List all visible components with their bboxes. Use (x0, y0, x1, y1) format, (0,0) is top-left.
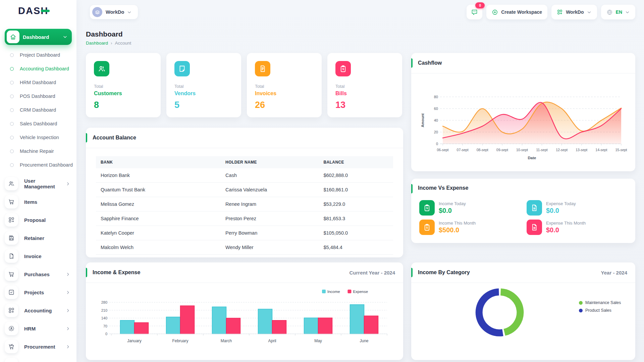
sidebar-subitem-label: Machine Repair (20, 148, 54, 155)
sidebar-subitem-label: Sales Dashboard (20, 121, 57, 127)
sidebar-subitem-hrm-dashboard[interactable]: HRM Dashboard (0, 76, 76, 89)
breadcrumb-separator: › (111, 41, 112, 46)
ive-item-expense-this-month: Expense This Month $0.0 (527, 220, 627, 235)
svg-text:Income: Income (327, 290, 340, 294)
svg-text:13-sept: 13-sept (576, 148, 587, 152)
cashflow-svg: 02040608006-sept07-sept08-sept09-sept10-… (416, 76, 631, 166)
cell-holder: Perry Bowman (221, 226, 319, 240)
ive-value: $0.0 (546, 226, 586, 234)
stat-label: Bills (335, 90, 394, 97)
legend-item-product-sales: Product Sales (579, 308, 621, 313)
sidebar-item-label: HRM (24, 326, 65, 331)
clipboard-dollar-icon: $ (419, 200, 435, 216)
chevron-down-icon (587, 10, 592, 15)
person-badge-icon (5, 322, 18, 335)
sidebar-item-items[interactable]: Items (0, 193, 76, 211)
cart-icon (8, 198, 15, 205)
clipboard-dollar-icon: $ (339, 65, 347, 73)
chevron-down-icon (127, 10, 132, 15)
svg-text:06-sept: 06-sept (437, 148, 448, 152)
brand-logo[interactable]: DASH (0, 0, 76, 21)
stat-value: 13 (335, 100, 394, 110)
sidebar-item-procurement[interactable]: Procurement (0, 338, 76, 356)
svg-text:15-sept: 15-sept (615, 148, 627, 152)
sidebar-item-proposal[interactable]: Proposal (0, 211, 76, 229)
clipboard-dollar-icon: $ (423, 223, 431, 231)
sidebar-subitem-project-dashboard[interactable]: Project Dashboard (0, 48, 76, 62)
sidebar-subitem-label: CRM Dashboard (20, 107, 56, 113)
globe-icon (606, 9, 613, 15)
stat-total-label: Total (174, 84, 233, 89)
sidebar-subitem-accounting-dashboard[interactable]: Accounting Dashboard (0, 62, 76, 76)
sidebar-item-dashboard[interactable]: Dashboard (5, 29, 72, 45)
sidebar-item-hrm[interactable]: HRM (0, 319, 76, 338)
table-header-row: BANKHOLDER NAMEBALANCE (96, 156, 393, 168)
create-workspace-button[interactable]: Create Workspace (486, 5, 547, 19)
table-row: Sapphire Finance Preston Perez $81,653.3 (96, 212, 393, 226)
chevron-right-icon (65, 290, 70, 295)
breadcrumb-link-dashboard[interactable]: Dashboard (86, 41, 108, 46)
layout-swap-icon (5, 213, 18, 227)
file-text-icon (527, 200, 542, 216)
chevron-right-icon (65, 344, 70, 349)
svg-text:07-sept: 07-sept (457, 148, 469, 152)
sidebar-menu: User Management Items Proposal Retainer … (0, 175, 76, 362)
layout-swap-icon (8, 217, 15, 223)
sidebar-item-projects[interactable]: Projects (0, 283, 76, 301)
sidebar-subitem-procurement-dashboard[interactable]: Procurement Dashboard (0, 158, 76, 172)
cashflow-area-chart: 02040608006-sept07-sept08-sept09-sept10-… (411, 73, 635, 167)
income-by-category-card: Income By Category Year - 2024 Maintenan… (411, 262, 635, 360)
cashflow-title: Cashflow (418, 60, 442, 66)
page-title: Dashboard (86, 30, 635, 38)
svg-text:0: 0 (436, 142, 438, 146)
sidebar-subitem-label: Procurement Dashboard (20, 162, 73, 168)
chevron-right-icon (65, 308, 70, 313)
messages-button[interactable]: 0 (467, 5, 482, 19)
workdo-menu-button[interactable]: WorkDo (551, 5, 597, 19)
cell-holder: Renee Ingram (221, 197, 319, 212)
sidebar-item-user-management[interactable]: User Management (0, 175, 76, 193)
stat-total-label: Total (94, 84, 153, 89)
create-workspace-label: Create Workspace (501, 9, 542, 15)
language-selector[interactable]: EN (601, 5, 635, 19)
svg-text:May: May (314, 339, 322, 343)
sidebar-subitem-sales-dashboard[interactable]: Sales Dashboard (0, 117, 76, 131)
svg-text:March: March (221, 339, 232, 343)
sidebar-subitem-machine-repair[interactable]: Machine Repair (0, 144, 76, 158)
donut-chart (473, 286, 527, 339)
sidebar-subitem-vehicle-inspection[interactable]: Vehicle Inspection (0, 131, 76, 144)
column-header-holder-name: HOLDER NAME (221, 156, 319, 168)
svg-text:280: 280 (101, 300, 107, 304)
stat-total-label: Total (255, 84, 314, 89)
cell-holder: Cash (221, 168, 319, 183)
sidebar-item-retainer[interactable]: Retainer (0, 229, 76, 247)
sidebar-subitem-pos-dashboard[interactable]: POS Dashboard (0, 89, 76, 103)
legend-item-maintenance-sales: Maintenance Sales (579, 300, 621, 305)
cashflow-card: Cashflow 02040608006-sept07-sept08-sept0… (411, 53, 635, 171)
account-balance-title: Account Balance (93, 135, 136, 141)
sidebar-subitem-crm-dashboard[interactable]: CRM Dashboard (0, 103, 76, 117)
income-vs-expense-card: Income Vs Expense $ Income Today $0.0 Ex… (411, 179, 635, 243)
card-accent (86, 133, 87, 142)
svg-text:140: 140 (101, 316, 107, 320)
cell-balance: $81,653.3 (319, 212, 393, 226)
sidebar-item-accounting[interactable]: Accounting (0, 301, 76, 319)
chevron-right-icon (65, 290, 70, 295)
cell-holder: Carissa Valenzuela (221, 183, 319, 197)
sidebar-item-purchases[interactable]: Purchases (0, 265, 76, 283)
sidebar-item-label: Retainer (24, 235, 72, 241)
svg-text:80: 80 (434, 95, 438, 99)
svg-text:$: $ (426, 226, 428, 229)
circle-bullet-icon (10, 67, 14, 71)
cart-icon (5, 267, 18, 281)
chevron-right-icon (65, 326, 70, 331)
workspace-switcher[interactable]: WorkDo (90, 5, 138, 19)
stat-label: Invoices (255, 90, 314, 97)
sidebar-item-invoice[interactable]: Invoice (0, 247, 76, 265)
legend-label: Product Sales (585, 308, 611, 313)
sidebar-item-pos[interactable]: POS (0, 356, 76, 362)
file-text-icon (527, 220, 542, 235)
sidebar-item-label: Accounting (24, 308, 65, 313)
sidebar-item-label: Proposal (24, 217, 72, 223)
check-square-icon (8, 289, 15, 296)
